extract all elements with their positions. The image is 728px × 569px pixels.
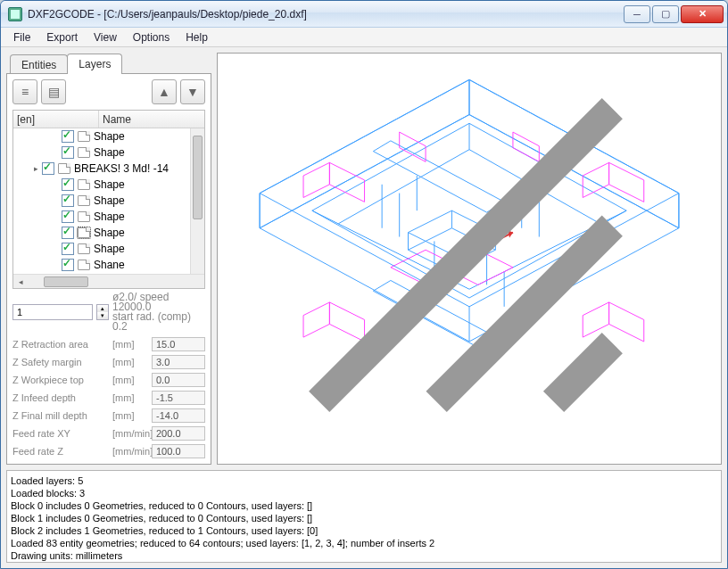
shape-icon [78,227,90,238]
shape-icon [78,131,90,142]
menu-view[interactable]: View [87,29,124,45]
param-unit: [mm] [112,392,148,403]
param-label: Z Safety margin [12,357,109,367]
log-line: Block 2 includes 1 Geometries, reduced t… [11,524,717,537]
param-row: Z Infeed depth[mm] [12,389,205,407]
menubar: File Export View Options Help [1,28,727,47]
menu-options[interactable]: Options [126,29,177,45]
menu-export[interactable]: Export [39,29,85,45]
titlebar: DXF2GCODE - [C:/Users/jeanpauls/Desktop/… [1,1,727,28]
row-label: BREAKS! 3 Md! -14 [74,162,190,175]
row-label: Shape [94,243,190,255]
maximize-button[interactable]: ▢ [652,5,679,23]
param-unit: [mm/min] [112,446,148,457]
shape-icon [78,260,90,270]
shape-icon [78,147,90,158]
param-unit: [mm] [112,339,148,350]
menu-file[interactable]: File [6,29,37,45]
tree-row[interactable]: Shape [13,241,190,257]
log-line: Drawing units: millimeters [11,549,717,562]
param-row: Z Retraction area[mm] [12,335,205,353]
param-unit: [mm] [112,375,148,385]
log-line: Loaded layers: 5 [11,474,717,487]
log-panel[interactable]: Loaded layers: 5Loaded blocks: 3Block 0 … [6,470,722,563]
param-value-input[interactable] [152,426,205,441]
visibility-checkbox[interactable] [62,243,74,255]
expand-all-button[interactable]: ▤ [41,79,66,104]
visibility-checkbox[interactable] [62,227,74,239]
param-row: Z Safety margin[mm] [12,353,205,371]
tree-header-name[interactable]: Name [99,111,204,128]
visibility-checkbox[interactable] [62,146,74,159]
shape-icon [78,195,90,206]
svg-line-46 [554,343,613,402]
tool-spin-buttons[interactable]: ▴▾ [96,304,109,320]
shape-icon [78,211,90,222]
close-button[interactable]: ✕ [681,5,724,23]
row-label: Shape [94,194,190,207]
tab-entities[interactable]: Entities [10,54,68,74]
log-line: Loaded blocks: 3 [11,487,717,499]
visibility-checkbox[interactable] [42,162,54,175]
tree-row[interactable]: Shape [13,177,190,193]
tree-row[interactable]: ▸BREAKS! 3 Md! -14 [13,161,190,177]
row-label: Shape [94,146,190,159]
row-label: Shape [94,178,190,191]
menu-help[interactable]: Help [178,29,215,45]
expand-icon[interactable]: ▸ [29,164,42,173]
side-tabs: Entities Layers [6,53,211,74]
param-label: Z Infeed depth [12,392,109,403]
shape-icon [78,179,90,190]
tree-row[interactable]: Shape [13,128,190,144]
tree-row[interactable]: Shape [13,193,190,209]
tree-row[interactable]: Shane [13,257,190,273]
visibility-checkbox[interactable] [62,210,74,223]
param-value-input[interactable] [152,337,205,351]
tool-spin-input[interactable] [12,304,93,320]
move-up-button[interactable]: ▲ [152,79,177,104]
hint-line1: ø2.0/ speed 12000.0 [112,293,205,312]
param-value-input[interactable] [152,408,205,423]
param-value-input[interactable] [152,444,205,458]
tree-hscrollbar[interactable]: ◂ [13,274,204,288]
visibility-checkbox[interactable] [62,259,74,271]
resize-grip-icon [214,50,717,460]
tree-row[interactable]: Shape [13,209,190,225]
visibility-checkbox[interactable] [62,130,74,143]
param-row: Z Workpiece top[mm] [12,371,205,389]
row-label: Shane [94,259,190,271]
param-row: Feed rate XY[mm/min] [12,425,205,442]
log-line: Loaded 83 entity geometries; reduced to … [11,537,717,549]
param-value-input[interactable] [152,373,205,387]
tree-vscrollbar[interactable] [190,128,204,274]
shape-icon [58,163,70,174]
param-label: Z Workpiece top [12,375,109,385]
param-label: Feed rate XY [12,428,109,439]
tab-layers[interactable]: Layers [67,54,122,74]
param-label: Z Final mill depth [12,410,109,421]
param-unit: [mm/min] [112,428,148,439]
minimize-button[interactable]: ─ [624,5,650,23]
move-down-button[interactable]: ▼ [180,79,205,104]
log-line: Block 0 includes 0 Geometries, reduced t… [11,499,717,512]
hint-line2: start rad. (comp) 0.2 [112,312,205,332]
param-row: Feed rate Z[mm/min] [12,442,205,460]
param-value-input[interactable] [152,355,205,369]
param-value-input[interactable] [152,391,205,405]
visibility-checkbox[interactable] [62,194,74,207]
row-label: Shape [94,227,190,239]
tree-row[interactable]: Shape [13,144,190,161]
collapse-all-button[interactable]: ≡ [12,79,37,104]
tree-row[interactable]: Shape [13,225,190,241]
window-title: DXF2GCODE - [C:/Users/jeanpauls/Desktop/… [28,8,624,21]
drawing-canvas[interactable] [217,53,722,465]
param-row: Z Final mill depth[mm] [12,407,205,425]
shape-icon [78,243,90,254]
log-line: Block 1 includes 0 Geometries, reduced t… [11,512,717,524]
layer-tree[interactable]: [en] Name ShapeShape▸BREAKS! 3 Md! -14Sh… [12,110,205,289]
param-label: Feed rate Z [12,446,109,457]
visibility-checkbox[interactable] [62,178,74,191]
tree-header-en[interactable]: [en] [13,111,99,128]
row-label: Shape [94,210,190,223]
row-label: Shape [94,130,190,143]
